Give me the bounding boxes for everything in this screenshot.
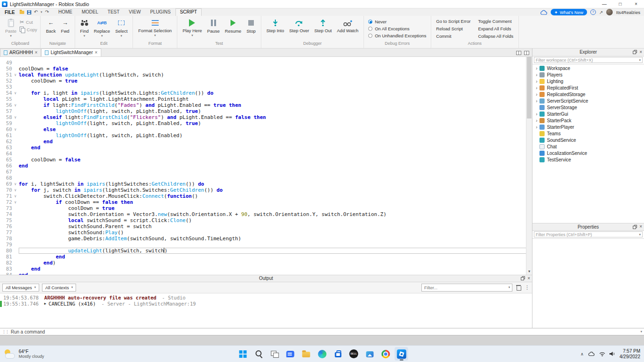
float-panel-icon[interactable] [633,50,637,54]
explorer-item-lighting[interactable]: ›Lighting [532,78,644,85]
debug-errors-all-exceptions-radio[interactable]: On All Exceptions [368,26,426,31]
find-button[interactable]: Find ▾ [78,17,91,38]
code-line-77[interactable]: switchSound:Play() [19,230,532,236]
username[interactable]: Its4Realzies [616,10,640,15]
taskbar-roblox-studio-icon[interactable] [395,347,408,361]
whats-new-button[interactable]: ✦ What's New [551,9,587,15]
output-log-row[interactable]: 19:54:53.678ARGHHHH auto-recovery file w… [0,295,532,301]
code-line-60[interactable]: else [19,126,532,132]
explorer-item-soundservice[interactable]: SoundService [532,137,644,144]
explorer-item-serverscriptservice[interactable]: ›ServerScriptService [532,98,644,104]
expand-chevron-icon[interactable]: › [534,91,539,98]
code-line-70[interactable]: for j, switch in ipairs(lightSwitch.Swit… [19,187,532,193]
code-line-79[interactable] [19,242,532,248]
fold-toggle-icon[interactable]: ∨ [12,199,19,205]
filter-caret-icon[interactable]: ▾ [639,233,642,236]
output-log-area[interactable]: 19:54:53.678ARGHHHH auto-recovery file w… [0,293,532,328]
close-panel-icon[interactable]: × [527,276,530,281]
stop-button[interactable]: Stop [245,17,258,35]
explorer-item-workspace[interactable]: ›Workspace [532,65,644,72]
code-line-74[interactable]: switch.Orientation = Vector3.new(switch.… [19,211,532,217]
explorer-item-serverstorage[interactable]: ServerStorage [532,104,644,111]
explorer-item-testservice[interactable]: TestService [532,157,644,163]
toggle-comment-button[interactable]: Toggle Comment [478,19,513,24]
taskbar-start-icon[interactable] [236,347,250,361]
explorer-item-chat[interactable]: Chat [532,144,644,150]
code-line-49[interactable] [19,60,532,66]
format-selection-button[interactable]: Format Selection ▾ [136,17,174,38]
code-line-51[interactable]: local function updateLight(lightSwitch, … [19,72,532,78]
close-panel-icon[interactable]: × [639,50,642,55]
editor-tab-lightswitchmanager[interactable]: LightSwitchManager× [41,49,101,56]
code-line-63[interactable]: end [19,145,532,151]
expand-chevron-icon[interactable]: › [534,111,539,118]
expand-chevron-icon[interactable]: › [534,72,539,78]
code-line-75[interactable]: local switchSound = script.Click:Clone() [19,217,532,223]
code-line-66[interactable]: end [19,163,532,169]
save-icon[interactable] [27,10,31,14]
explorer-item-teams[interactable]: Teams [532,131,644,137]
command-input[interactable] [11,329,640,334]
open-file-icon[interactable] [20,11,24,14]
scroll-down-icon[interactable]: ▼ [526,269,532,275]
play-here-button[interactable]: Play Here ▾ [181,17,204,38]
taskbar-store-icon[interactable] [331,347,345,361]
back-button[interactable]: ← Back [44,17,57,35]
explorer-item-starterpack[interactable]: ›StarterPack [532,118,644,124]
step-into-button[interactable]: Step Into [265,17,286,34]
explorer-item-localizationservice[interactable]: LocalizationService [532,150,644,157]
float-pane-icon[interactable] [524,51,529,55]
step-over-button[interactable]: Step Over [287,17,311,34]
output-log-row[interactable]: 19:55:31.746▶CANCELING (x416)- Server - … [0,301,532,307]
output-filter-input[interactable] [422,285,508,290]
properties-filter-input[interactable] [534,232,639,237]
contexts-filter-dropdown[interactable]: All Contexts ▾ [42,284,76,292]
code-line-62[interactable]: end [19,139,532,145]
expand-chevron-icon[interactable]: › [534,118,539,124]
float-panel-icon[interactable] [633,225,637,229]
code-line-80[interactable]: updateLight(lightSwitch, switch) [19,248,532,254]
code-line-64[interactable] [19,151,532,157]
code-line-73[interactable]: coolDown = true [19,205,532,211]
taskbar-file-explorer-icon[interactable] [300,347,313,361]
editor-tab-arghhhh[interactable]: ARGHHHH× [0,49,41,56]
messages-filter-dropdown[interactable]: All Messages ▾ [2,284,39,292]
fwd-button[interactable]: → Fwd [59,17,71,35]
command-bar-grip-icon[interactable]: ⋮⋮ [2,329,8,334]
minimize-button[interactable]: — [596,0,612,8]
filter-caret-icon[interactable]: ▾ [508,286,512,289]
user-avatar[interactable] [606,9,613,15]
code-line-82[interactable]: end) [19,260,532,266]
paste-button[interactable]: Paste ▾ [3,17,18,38]
code-line-56[interactable]: if light:FindFirstChild("Fades") and pLi… [19,102,532,108]
taskbar-clock[interactable]: 7:57 PM 4/29/2022 [620,348,641,360]
help-icon[interactable]: ? [590,9,596,15]
split-pane-icon[interactable] [516,51,521,55]
clear-output-icon[interactable] [516,285,521,290]
explorer-item-players[interactable]: ›Players [532,72,644,78]
output-options-icon[interactable]: ⋮ [525,285,530,291]
code-line-61[interactable]: lightOnOff(light, switch, pLight.Enabled… [19,132,532,139]
add-watch-button[interactable]: Add Watch [335,17,360,34]
code-line-76[interactable]: switchSound.Parent = switch [19,223,532,230]
code-line-65[interactable]: coolDown = false [19,157,532,163]
taskbar-task-view-icon[interactable] [268,347,281,361]
explorer-filter-input[interactable] [534,58,639,63]
ribbon-tab-view[interactable]: VIEW [124,8,146,16]
taskbar-chrome-icon[interactable] [379,347,392,361]
fold-toggle-icon[interactable]: ∨ [12,114,19,120]
code-line-54[interactable]: for i, light in ipairs(lightSwitch.Light… [19,90,532,96]
filter-caret-icon[interactable]: ▾ [639,59,642,62]
replace-button[interactable]: A⇄B Replace ▾ [92,17,112,38]
ribbon-tab-plugins[interactable]: PLUGINS [146,8,175,16]
explorer-item-startergui[interactable]: ›StarterGui [532,111,644,118]
onedrive-cloud-icon[interactable] [588,351,595,356]
resume-button[interactable]: Resume [223,17,243,35]
explorer-item-replicatedstorage[interactable]: ›ReplicatedStorage [532,91,644,98]
fold-toggle-icon[interactable]: ∨ [12,193,19,199]
step-out-button[interactable]: Step Out [313,17,334,34]
hidden-icons-chevron-icon[interactable]: ∧ [581,352,584,356]
debug-errors-never-radio[interactable]: Never [368,19,426,24]
fold-toggle-icon[interactable]: ∨ [12,181,19,187]
go-to-script-error-button[interactable]: Go to Script Error [436,19,471,24]
